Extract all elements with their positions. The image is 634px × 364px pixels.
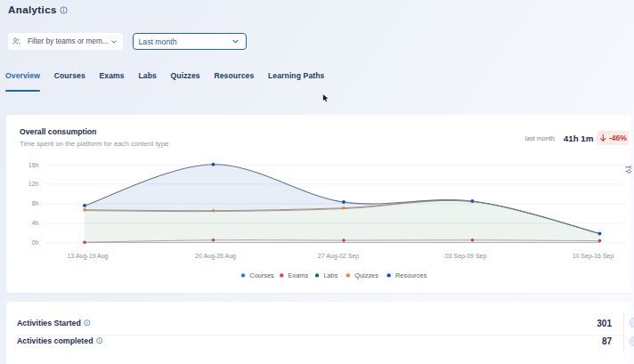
svg-text:4h: 4h — [32, 220, 39, 226]
svg-text:Quizzes: Quizzes — [354, 271, 378, 279]
svg-text:0h: 0h — [32, 239, 39, 246]
svg-text:Courses: Courses — [249, 271, 274, 279]
svg-text:Resources: Resources — [395, 271, 427, 279]
svg-text:Labs: Labs — [323, 271, 337, 279]
svg-text:27 Aug-02 Sep: 27 Aug-02 Sep — [318, 253, 359, 260]
svg-text:10 Sep-16 Sep: 10 Sep-16 Sep — [573, 253, 614, 260]
svg-text:16h: 16h — [28, 162, 39, 168]
svg-text:12h: 12h — [28, 181, 39, 187]
svg-text:20 Aug-26 Aug: 20 Aug-26 Aug — [195, 253, 236, 260]
svg-text:Exams: Exams — [289, 271, 309, 279]
svg-text:03 Sep-09 Sep: 03 Sep-09 Sep — [445, 253, 487, 260]
svg-text:13 Aug-19 Aug: 13 Aug-19 Aug — [68, 253, 109, 260]
svg-text:8h: 8h — [32, 200, 39, 206]
